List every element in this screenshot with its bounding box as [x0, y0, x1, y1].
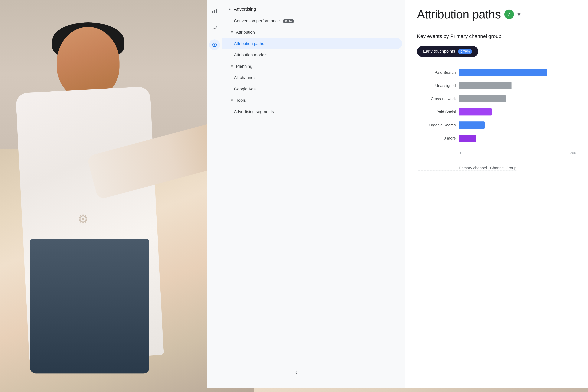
axis-labels: 0 200	[417, 151, 576, 155]
table-row: Organic Search	[417, 122, 576, 128]
cross-network-bar-container	[459, 95, 576, 102]
paid-social-label: Paid Social	[417, 110, 456, 114]
conversion-performance-label: Conversion performance	[234, 18, 280, 23]
nav-sidebar: ▲ Advertising Conversion performance BET…	[222, 0, 405, 388]
person-jeans	[30, 239, 150, 374]
status-check-icon: ✓	[504, 10, 514, 19]
planning-subsection-label: Planning	[236, 64, 252, 69]
all-channels-item[interactable]: All channels	[222, 72, 402, 83]
table-row: Cross-network	[417, 95, 576, 102]
check-symbol: ✓	[507, 11, 511, 18]
attribution-arrow: ▼	[230, 30, 234, 34]
unassigned-bar-container	[459, 82, 576, 89]
person-head	[57, 27, 120, 98]
early-touchpoints-badge: 6.79%	[458, 49, 472, 54]
page-title: Attribution paths	[417, 8, 501, 21]
advertising-section-header[interactable]: ▲ Advertising	[222, 3, 405, 15]
svg-point-5	[214, 44, 215, 46]
conversion-performance-item[interactable]: Conversion performance BETA	[222, 15, 402, 26]
screen-content: ▲ Advertising Conversion performance BET…	[207, 0, 588, 388]
planning-arrow: ▼	[230, 64, 234, 68]
axis-line	[417, 148, 576, 148]
paid-social-bar-container	[459, 108, 576, 116]
paid-social-bar	[459, 108, 492, 116]
attribution-subsection-label: Attribution	[236, 30, 255, 35]
axis-label-200: 200	[570, 151, 576, 155]
organic-search-bar	[459, 122, 484, 128]
early-touchpoints-tab[interactable]: Early touchpoints 6.79%	[417, 46, 478, 57]
table-row: Paid Social	[417, 108, 576, 116]
paid-search-bar	[459, 69, 547, 76]
advertising-section-label: Advertising	[234, 6, 256, 12]
cross-network-bar	[459, 95, 506, 102]
unassigned-bar	[459, 82, 512, 89]
advertising-segments-label: Advertising segments	[234, 109, 274, 114]
tools-subsection-label: Tools	[236, 98, 246, 103]
three-more-label: 3 more	[417, 136, 456, 140]
paid-search-bar-container	[459, 69, 576, 76]
three-more-bar-container	[459, 134, 576, 142]
bar-chart-icon[interactable]	[209, 6, 220, 17]
analytics-icon[interactable]	[209, 23, 220, 34]
advertising-collapse-arrow: ▲	[228, 7, 232, 11]
bar-chart: Paid Search Unassigned Cross-network	[417, 66, 576, 176]
tools-arrow: ▼	[230, 98, 234, 102]
table-row: Unassigned	[417, 82, 576, 89]
icon-sidebar	[207, 0, 222, 388]
chart-area: Key events by Primary channel group Earl…	[405, 26, 588, 184]
table-row: Paid Search	[417, 69, 576, 76]
planning-subsection-header[interactable]: ▼ Planning	[222, 61, 405, 72]
organic-search-label: Organic Search	[417, 123, 456, 128]
table-row: 3 more	[417, 134, 576, 142]
paid-search-label: Paid Search	[417, 70, 456, 75]
google-ads-item[interactable]: Google Ads	[222, 83, 402, 95]
svg-rect-0	[212, 11, 213, 13]
axis-label-0: 0	[459, 151, 461, 155]
advertising-segments-item[interactable]: Advertising segments	[222, 106, 402, 118]
unassigned-label: Unassigned	[417, 83, 456, 88]
attribution-paths-label: Attribution paths	[234, 41, 264, 46]
early-touchpoints-label: Early touchpoints	[423, 49, 455, 54]
three-more-bar	[459, 134, 476, 142]
attribution-models-label: Attribution models	[234, 52, 268, 57]
tools-subsection-header[interactable]: ▼ Tools	[222, 95, 405, 106]
svg-point-3	[216, 26, 217, 27]
title-dropdown-button[interactable]: ▾	[518, 11, 520, 18]
svg-rect-1	[214, 10, 215, 13]
google-ads-label: Google Ads	[234, 87, 256, 91]
chart-title: Key events by Primary channel group	[417, 33, 501, 40]
all-channels-label: All channels	[234, 75, 256, 80]
projector-screen: ▲ Advertising Conversion performance BET…	[207, 0, 588, 388]
cross-network-label: Cross-network	[417, 96, 456, 101]
attribution-paths-item[interactable]: Attribution paths	[222, 38, 402, 49]
main-content-area: Attribution paths ✓ ▾ Key events by Prim…	[405, 0, 588, 388]
sidebar-collapse-button[interactable]: ‹	[295, 368, 298, 376]
primary-channel-label: Primary channel · Channel Group	[417, 166, 516, 170]
beta-badge: BETA	[283, 19, 294, 23]
svg-rect-2	[216, 9, 216, 13]
advertising-nav-section: ▲ Advertising Conversion performance BET…	[222, 3, 405, 118]
table-footer: Primary channel · Channel Group	[417, 161, 576, 174]
attribution-active-icon[interactable]	[209, 40, 220, 50]
organic-search-bar-container	[459, 122, 576, 128]
chart-tabs: Early touchpoints 6.79%	[417, 46, 576, 57]
attribution-subsection-header[interactable]: ▼ Attribution	[222, 26, 405, 38]
gear-icon: ⚙	[78, 212, 88, 226]
attribution-models-item[interactable]: Attribution models	[222, 49, 402, 61]
page-header: Attribution paths ✓ ▾	[405, 0, 588, 26]
